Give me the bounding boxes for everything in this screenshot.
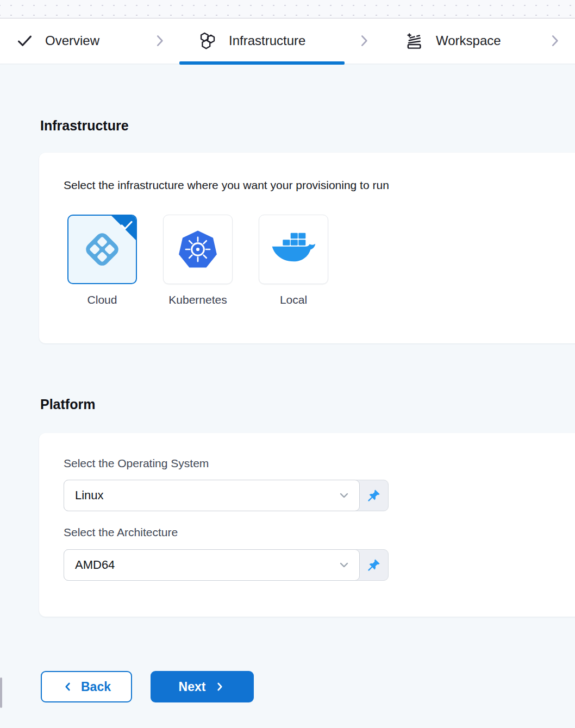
option-kubernetes: Kubernetes [163, 215, 233, 306]
os-select-label: Select the Operating System [64, 457, 209, 470]
arch-pin-button[interactable] [360, 550, 388, 580]
kubernetes-tile[interactable] [163, 215, 233, 284]
selected-check-icon [121, 221, 133, 230]
provisioning-wizard-page: Overview Infrastructure [0, 0, 575, 728]
cloud-tile-label: Cloud [88, 293, 117, 306]
local-tile[interactable] [259, 215, 328, 284]
cloud-tile[interactable] [67, 215, 137, 284]
kubernetes-icon [177, 229, 219, 269]
option-cloud: Cloud [67, 215, 137, 306]
active-step-underline [179, 61, 345, 65]
step-overview-label: Overview [45, 33, 99, 48]
arch-select-value: AMD64 [75, 558, 115, 572]
chevron-right-icon [214, 681, 226, 693]
left-scrollbar-fragment[interactable] [0, 677, 2, 708]
os-select-value: Linux [75, 488, 104, 503]
back-button-label: Back [81, 680, 111, 694]
check-icon [16, 33, 33, 49]
chevron-right-icon [357, 18, 371, 64]
pushpin-icon [367, 558, 381, 572]
infrastructure-section-heading: Infrastructure [40, 118, 129, 134]
infrastructure-options: Cloud [67, 215, 328, 306]
os-pin-button[interactable] [360, 480, 388, 511]
os-select[interactable]: Linux [64, 480, 389, 511]
local-tile-label: Local [280, 293, 307, 306]
arch-select-label: Select the Architecture [64, 526, 178, 539]
step-workspace-label: Workspace [436, 33, 501, 48]
dotted-background-strip [0, 0, 575, 18]
chevron-right-icon [153, 18, 167, 64]
os-select-main[interactable]: Linux [64, 480, 360, 511]
back-button[interactable]: Back [41, 671, 132, 702]
kubernetes-tile-label: Kubernetes [168, 293, 227, 306]
step-workspace[interactable]: Workspace [405, 18, 501, 64]
hexagons-icon [198, 32, 217, 51]
platform-card: Select the Operating System Linux Select… [39, 433, 575, 617]
option-local: Local [259, 215, 328, 306]
pushpin-icon [367, 488, 381, 503]
platform-section-heading: Platform [40, 397, 95, 412]
chevron-left-icon [62, 681, 74, 693]
workspace-stack-icon [405, 32, 424, 51]
docker-whale-icon [271, 233, 316, 266]
infrastructure-card: Select the infrastructure where you want… [39, 153, 575, 343]
infrastructure-prompt: Select the infrastructure where you want… [64, 179, 389, 192]
arch-select-main[interactable]: AMD64 [64, 549, 360, 581]
next-button-label: Next [179, 680, 206, 694]
chevron-right-icon [548, 18, 562, 64]
step-infrastructure[interactable]: Infrastructure [198, 18, 305, 64]
chevron-down-icon [338, 558, 351, 572]
chevron-down-icon [338, 489, 351, 502]
step-infrastructure-label: Infrastructure [229, 33, 305, 48]
step-overview[interactable]: Overview [16, 18, 99, 64]
arch-select[interactable]: AMD64 [64, 549, 389, 581]
next-button[interactable]: Next [151, 671, 254, 702]
